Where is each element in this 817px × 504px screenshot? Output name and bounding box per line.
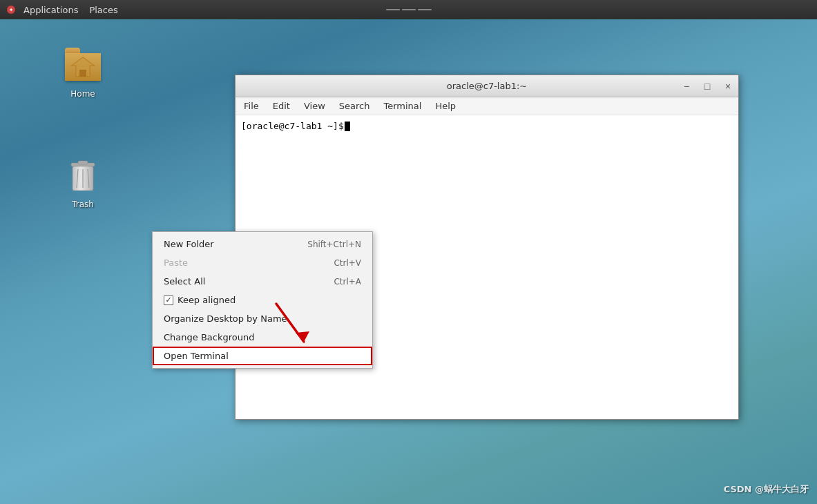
terminal-menu-help[interactable]: Help bbox=[430, 99, 461, 113]
maximize-button[interactable]: □ bbox=[697, 75, 718, 97]
terminal-controls: − □ × bbox=[676, 75, 738, 97]
new-folder-shortcut: Shift+Ctrl+N bbox=[307, 240, 361, 249]
trash-icon[interactable]: Trash bbox=[55, 155, 110, 212]
context-menu: New Folder Shift+Ctrl+N Paste Ctrl+V Sel… bbox=[152, 231, 373, 369]
context-menu-change-bg[interactable]: Change Background bbox=[153, 328, 372, 347]
prompt-text: [oracle@c7-lab1 ~]$ bbox=[241, 121, 344, 131]
context-menu-paste: Paste Ctrl+V bbox=[153, 253, 372, 272]
terminal-titlebar: oracle@c7-lab1:~ − □ × bbox=[236, 75, 738, 97]
terminal-title: oracle@c7-lab1:~ bbox=[447, 81, 528, 91]
terminal-menu-edit[interactable]: Edit bbox=[267, 99, 296, 113]
app-icon: ✦ bbox=[6, 4, 17, 15]
places-menu[interactable]: Places bbox=[84, 3, 123, 17]
context-menu-open-terminal[interactable]: Open Terminal bbox=[153, 347, 372, 365]
keep-aligned-check: ✓ Keep aligned bbox=[164, 295, 236, 305]
watermark: CSDN @蜗牛大白牙 bbox=[724, 483, 809, 496]
terminal-menu-file[interactable]: File bbox=[238, 99, 265, 113]
close-button[interactable]: × bbox=[718, 75, 738, 97]
terminal-menu-search[interactable]: Search bbox=[334, 99, 376, 113]
paste-shortcut: Ctrl+V bbox=[334, 258, 361, 268]
terminal-menubar: File Edit View Search Terminal Help bbox=[236, 97, 738, 115]
context-menu-select-all[interactable]: Select All Ctrl+A bbox=[153, 272, 372, 291]
home-icon[interactable]: Home bbox=[55, 45, 110, 101]
change-bg-label: Change Background bbox=[164, 332, 254, 342]
open-terminal-label: Open Terminal bbox=[164, 351, 229, 361]
trash-label: Trash bbox=[72, 200, 94, 209]
top-bar-divider bbox=[386, 9, 432, 10]
paste-label: Paste bbox=[164, 258, 188, 268]
home-label: Home bbox=[70, 89, 95, 99]
check-icon: ✓ bbox=[164, 295, 173, 305]
svg-rect-5 bbox=[79, 70, 86, 77]
svg-rect-7 bbox=[78, 161, 88, 164]
organize-label: Organize Desktop by Name bbox=[164, 313, 287, 324]
context-menu-organize[interactable]: Organize Desktop by Name bbox=[153, 309, 372, 328]
keep-aligned-label: Keep aligned bbox=[177, 295, 236, 305]
terminal-menu-terminal[interactable]: Terminal bbox=[378, 99, 427, 113]
select-all-label: Select All bbox=[164, 276, 205, 287]
svg-text:✦: ✦ bbox=[9, 7, 14, 13]
context-menu-new-folder[interactable]: New Folder Shift+Ctrl+N bbox=[153, 235, 372, 253]
trash-image bbox=[64, 158, 102, 197]
prompt-line: [oracle@c7-lab1 ~]$ bbox=[241, 121, 733, 131]
minimize-button[interactable]: − bbox=[676, 75, 697, 97]
cursor bbox=[345, 122, 350, 131]
top-bar: ✦ Applications Places bbox=[0, 0, 817, 19]
terminal-menu-view[interactable]: View bbox=[298, 99, 331, 113]
home-folder-image bbox=[64, 48, 102, 86]
context-menu-keep-aligned[interactable]: ✓ Keep aligned bbox=[153, 291, 372, 309]
select-all-shortcut: Ctrl+A bbox=[334, 277, 361, 287]
applications-menu[interactable]: Applications bbox=[18, 3, 84, 17]
new-folder-label: New Folder bbox=[164, 239, 214, 249]
